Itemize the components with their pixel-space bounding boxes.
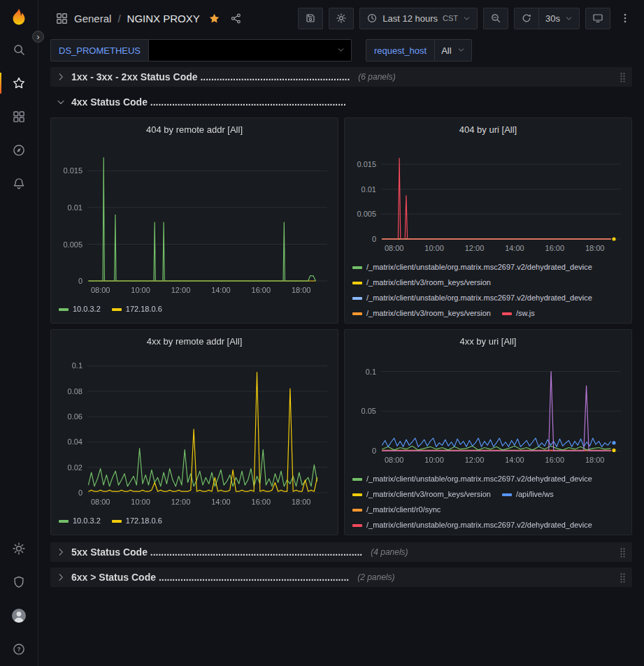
refresh-icon — [521, 13, 532, 24]
svg-text:0.05: 0.05 — [362, 407, 376, 415]
refresh-interval-dropdown[interactable]: 30s — [538, 8, 580, 29]
legend-item[interactable]: 10.0.3.2 — [59, 304, 101, 314]
time-series-chart[interactable]: 00.0050.010.01508:0010:0012:0014:0016:00… — [57, 142, 334, 299]
sidebar-item-starred[interactable] — [0, 66, 38, 100]
svg-text:16:00: 16:00 — [545, 456, 565, 464]
tv-mode-button[interactable] — [585, 8, 610, 29]
dashboard-settings-button[interactable] — [329, 8, 354, 29]
svg-text:10:00: 10:00 — [424, 244, 444, 252]
row-header-4xx[interactable]: 4xx Status Code ........................… — [50, 92, 632, 112]
panel-title[interactable]: 404 by remote addr [All] — [57, 121, 332, 139]
legend-item[interactable]: /_matrix/client/r0/sync — [352, 505, 441, 515]
svg-text:?: ? — [17, 646, 20, 653]
panel-4xx-by-remote-addr: 4xx by remote addr [All] 00.020.040.060.… — [50, 329, 338, 535]
svg-text:14:00: 14:00 — [211, 498, 231, 506]
legend-label: 10.0.3.2 — [73, 304, 101, 314]
datasource-variable-dropdown[interactable] — [149, 39, 352, 61]
sidebar-bottom-group: ? — [0, 532, 38, 666]
request-host-variable: request_host All — [366, 39, 472, 61]
breadcrumb-section[interactable]: General — [74, 13, 111, 24]
svg-text:0: 0 — [78, 488, 83, 497]
legend-item[interactable]: /_matrix/client/v3/room_keys/version — [352, 489, 491, 500]
settings-icon — [336, 13, 347, 24]
sidebar-item-configuration[interactable] — [0, 532, 38, 565]
favorite-star-icon[interactable] — [208, 13, 220, 24]
svg-text:0.01: 0.01 — [362, 185, 376, 194]
sidebar-item-help[interactable]: ? — [0, 632, 38, 666]
row-expanded-icon — [56, 97, 66, 107]
dashboard-canvas: 1xx - 3xx - 2xx Status Code ............… — [38, 64, 644, 666]
sidebar-item-dashboards[interactable] — [0, 100, 38, 133]
sidebar-item-server-admin[interactable] — [0, 565, 38, 599]
row-title: 6xx > Status Code ......................… — [71, 572, 349, 583]
panel-4xx-by-uri: 4xx by uri [All] 00.050.108:0010:0012:00… — [344, 329, 632, 535]
more-options-button[interactable] — [616, 8, 634, 29]
drag-handle-icon — [619, 547, 627, 558]
breadcrumb-separator: / — [117, 13, 120, 24]
svg-text:12:00: 12:00 — [171, 498, 191, 506]
sidebar-item-alerting[interactable] — [0, 167, 38, 201]
legend-item[interactable]: /_matrix/client/v3/room_keys/version — [352, 277, 491, 288]
svg-text:0.08: 0.08 — [68, 387, 83, 396]
time-series-chart[interactable]: 00.020.040.060.080.108:0010:0012:0014:00… — [57, 354, 334, 511]
refresh-interval-label: 30s — [545, 13, 560, 24]
grafana-logo-icon — [8, 8, 29, 29]
time-range-picker[interactable]: Last 12 hours CST — [359, 8, 478, 29]
svg-text:12:00: 12:00 — [465, 244, 485, 252]
svg-text:12:00: 12:00 — [171, 286, 191, 294]
panel-404-by-uri: 404 by uri [All] 00.0050.010.01508:0010:… — [344, 117, 632, 324]
svg-text:10:00: 10:00 — [131, 286, 150, 294]
grafana-logo[interactable] — [8, 8, 29, 29]
legend-item[interactable]: /_matrix/client/unstable/org.matrix.msc2… — [352, 293, 592, 303]
drag-handle-icon — [619, 72, 627, 82]
legend-label: /_matrix/client/unstable/org.matrix.msc2… — [366, 262, 592, 273]
legend-item[interactable]: /_matrix/client/v3/room_keys/version — [352, 308, 491, 319]
svg-text:0.01: 0.01 — [68, 203, 83, 212]
row-drag-handle[interactable] — [619, 547, 627, 558]
datasource-variable-label: DS_PROMETHEUS — [50, 39, 149, 61]
sidebar-item-profile[interactable] — [0, 599, 38, 632]
row-drag-handle[interactable] — [619, 572, 627, 583]
row-header-1xx-3xx-2xx[interactable]: 1xx - 3xx - 2xx Status Code ............… — [50, 67, 632, 87]
time-series-chart[interactable]: 00.0050.010.01508:0010:0012:0014:0016:00… — [350, 142, 628, 257]
panel-title[interactable]: 4xx by remote addr [All] — [57, 333, 332, 351]
legend-label: 172.18.0.6 — [126, 516, 162, 526]
legend-item[interactable]: /_matrix/client/unstable/org.matrix.msc2… — [352, 262, 592, 273]
svg-text:14:00: 14:00 — [211, 286, 231, 294]
legend-item[interactable]: 10.0.3.2 — [59, 516, 101, 526]
zoom-out-button[interactable] — [483, 8, 508, 29]
time-series-chart[interactable]: 00.050.108:0010:0012:0014:0016:0018:00 — [350, 354, 628, 469]
time-range-label: Last 12 hours — [382, 13, 438, 24]
legend-swatch — [59, 520, 69, 523]
legend-swatch — [352, 266, 362, 269]
panel-title[interactable]: 4xx by uri [All] — [350, 333, 626, 351]
row-drag-handle[interactable] — [619, 72, 627, 82]
share-icon[interactable] — [230, 13, 242, 24]
svg-text:12:00: 12:00 — [465, 456, 485, 464]
save-dashboard-button[interactable] — [298, 8, 323, 29]
svg-text:10:00: 10:00 — [131, 498, 150, 506]
svg-text:08:00: 08:00 — [91, 498, 110, 506]
request-host-variable-dropdown[interactable]: All — [435, 39, 471, 61]
legend-item[interactable]: /api/live/ws — [502, 489, 554, 500]
svg-text:0.1: 0.1 — [72, 361, 83, 370]
row-header-5xx[interactable]: 5xx Status Code ........................… — [50, 542, 632, 562]
refresh-button[interactable] — [514, 8, 539, 29]
row-header-6xx[interactable]: 6xx > Status Code ......................… — [50, 567, 632, 587]
svg-text:16:00: 16:00 — [252, 286, 271, 294]
row-title: 4xx Status Code ........................… — [71, 96, 346, 108]
row-collapsed-icon — [56, 572, 66, 582]
legend-label: /_matrix/client/v3/room_keys/version — [366, 277, 491, 288]
sidebar-item-explore[interactable] — [0, 133, 38, 167]
legend-swatch — [59, 308, 69, 311]
legend-item[interactable]: 172.18.0.6 — [112, 516, 162, 526]
legend-swatch — [112, 520, 122, 523]
panel-title[interactable]: 404 by uri [All] — [350, 121, 626, 139]
sidebar-expand-button[interactable]: › — [32, 31, 44, 43]
legend-item[interactable]: /_matrix/client/unstable/org.matrix.msc2… — [352, 474, 592, 484]
legend-item[interactable]: 172.18.0.6 — [112, 304, 162, 314]
legend-label: 10.0.3.2 — [73, 516, 101, 526]
legend-item[interactable]: /sw.js — [502, 308, 535, 319]
starred-icon — [12, 76, 26, 90]
legend-item[interactable]: /_matrix/client/unstable/org.matrix.msc2… — [352, 520, 592, 530]
